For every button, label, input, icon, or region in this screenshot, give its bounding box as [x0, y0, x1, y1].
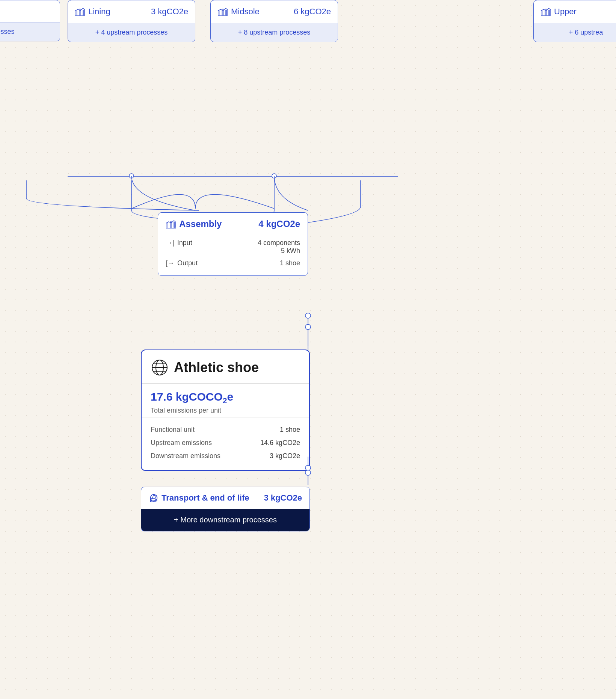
shoe-card-details: Functional unit 1 shoe Upstream emission… [142, 418, 309, 470]
svg-rect-32 [170, 221, 172, 228]
svg-rect-25 [225, 10, 228, 15]
lining-title-text: Lining [88, 7, 110, 17]
assembly-output-label: [→ Output [166, 259, 198, 267]
assembly-input-row: →| Input 4 components 5 kWh [166, 237, 300, 257]
assembly-emission: 4 kgCO2e [258, 219, 300, 229]
lining-card: Lining 3 kgCO2e + 4 upstream processes [68, 0, 195, 42]
upper-upstream[interactable]: + 6 upstrea [534, 23, 616, 42]
midsole-emission: 6 kgCO2e [294, 7, 331, 17]
assembly-output-value: 1 shoe [280, 259, 300, 267]
svg-rect-33 [174, 222, 176, 228]
upstream-value: 14.6 kgCO2e [260, 439, 300, 447]
assembly-output-row: [→ Output 1 shoe [166, 257, 300, 269]
svg-rect-31 [166, 223, 168, 228]
assembly-card: Assembly 4 kgCO2e →| Input 4 components … [158, 212, 308, 276]
assembly-input-values: 4 components 5 kWh [258, 239, 300, 255]
downstream-value: 3 kgCO2e [270, 452, 300, 460]
upper-title-text: Upper [554, 7, 577, 17]
partial-left-upstream: n processes [0, 22, 60, 41]
shoe-emissions-value: 17.6 kgCOCO2e [151, 390, 300, 405]
transport-card: Transport & end of life 3 kgCO2e + More … [141, 487, 310, 531]
transport-emission: 3 kgCO2e [264, 493, 302, 503]
assembly-title: Assembly [166, 219, 222, 229]
svg-point-10 [272, 174, 276, 178]
svg-rect-29 [548, 10, 551, 15]
upstream-row: Upstream emissions 14.6 kgCO2e [151, 436, 300, 449]
shoe-emissions-section: 17.6 kgCOCO2e Total emissions per unit [142, 384, 309, 418]
upper-card: Upper + 6 upstrea [533, 0, 616, 42]
downstream-row: Downstream emissions 3 kgCO2e [151, 449, 300, 463]
transport-title-text: Transport & end of life [162, 493, 249, 503]
svg-point-9 [129, 174, 134, 178]
shoe-card-header: Athletic shoe [142, 350, 309, 384]
shoe-title: Athletic shoe [174, 360, 259, 375]
upstream-label: Upstream emissions [151, 439, 212, 447]
input-icon: →| [166, 239, 174, 247]
functional-unit-row: Functional unit 1 shoe [151, 423, 300, 436]
chart-icon-midsole [217, 6, 228, 17]
svg-rect-23 [218, 11, 220, 15]
transport-card-header: Transport & end of life 3 kgCO2e [141, 487, 310, 509]
lining-title: Lining [75, 6, 110, 17]
assembly-input-label: →| Input [166, 239, 192, 247]
shoe-emissions-label: Total emissions per unit [151, 407, 300, 415]
svg-rect-28 [545, 9, 547, 15]
lining-emission: 3 kgCO2e [151, 7, 188, 17]
svg-rect-20 [79, 9, 81, 15]
svg-point-12 [305, 313, 311, 318]
chart-icon-lining [75, 6, 85, 17]
midsole-title: Midsole [217, 6, 260, 17]
svg-point-13 [305, 324, 311, 330]
svg-rect-27 [541, 11, 543, 15]
midsole-card: Midsole 6 kgCO2e + 8 upstream processes [210, 0, 338, 42]
transport-title: Transport & end of life [149, 493, 249, 503]
svg-point-17 [305, 470, 311, 475]
upper-title: Upper [541, 6, 577, 17]
midsole-title-text: Midsole [231, 7, 260, 17]
svg-rect-21 [83, 10, 85, 15]
recycle-icon [149, 493, 159, 503]
functional-unit-label: Functional unit [151, 426, 195, 434]
assembly-input-value2: 5 kWh [281, 247, 300, 255]
athletic-shoe-card: Athletic shoe 17.6 kgCOCO2e Total emissi… [141, 350, 310, 471]
midsole-upstream[interactable]: + 8 upstream processes [211, 23, 338, 42]
assembly-input-value1: 4 components [258, 239, 300, 247]
svg-rect-24 [222, 9, 224, 15]
more-downstream-button[interactable]: + More downstream processes [141, 509, 310, 531]
downstream-label: Downstream emissions [151, 452, 220, 460]
partial-left-card: 6 kgCO2e n processes [0, 0, 60, 41]
assembly-title-text: Assembly [179, 219, 222, 229]
chart-icon-upper [541, 6, 551, 17]
globe-icon [151, 359, 169, 377]
output-icon: [→ [166, 259, 174, 267]
lining-upstream[interactable]: + 4 upstream processes [68, 23, 195, 42]
chart-icon-assembly [166, 219, 176, 229]
svg-rect-19 [75, 11, 77, 15]
functional-unit-value: 1 shoe [280, 426, 300, 434]
